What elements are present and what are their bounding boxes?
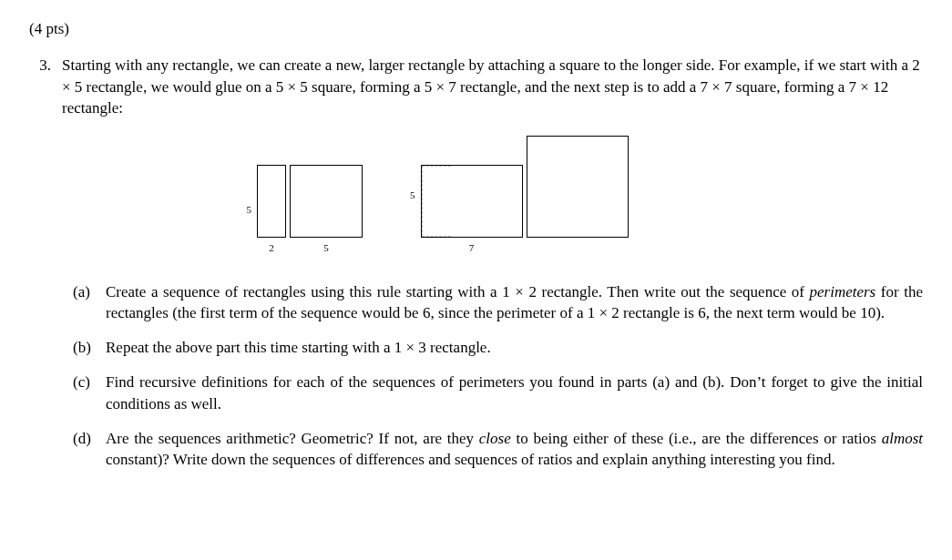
part-a-seg1: Create a sequence of rectangles using th… [106,283,810,300]
part-c-letter: (c) [73,372,97,415]
points-header: (4 pts) [29,18,923,40]
part-b: (b) Repeat the above part this time star… [73,337,923,359]
subparts-list: (a) Create a sequence of rectangles usin… [73,281,923,472]
part-d: (d) Are the sequences arithmetic? Geomet… [73,428,923,472]
diagram1-rect-2x5: 2 [257,165,286,255]
part-d-letter: (d) [73,428,97,472]
part-c-text: Find recursive definitions for each of t… [106,372,923,415]
faint-division [422,166,451,237]
part-d-seg3: constant)? Write down the sequences of d… [106,451,835,468]
diagram2-rects: 7 [421,136,629,255]
diagram1-height-label: 5 [247,203,252,217]
problem-3: 3. Starting with any rectangle, we can c… [29,55,923,484]
part-d-seg1: Are the sequences arithmetic? Geometric?… [106,430,479,447]
part-a-italic: perimeters [810,283,876,300]
part-c: (c) Find recursive definitions for each … [73,372,923,415]
part-a-text: Create a sequence of rectangles using th… [106,281,923,325]
part-a: (a) Create a sequence of rectangles usin… [73,281,923,325]
part-d-seg2: to being either of these (i.e., are the … [511,430,882,447]
part-b-text: Repeat the above part this time starting… [106,337,923,359]
diagram-group-2: 5 7 [410,136,629,255]
part-d-italic1: close [479,430,511,447]
diagram1-rects: 2 5 [257,165,363,255]
diagram1-label-2: 2 [269,241,274,255]
rect-7x7 [527,136,629,238]
part-d-text: Are the sequences arithmetic? Geometric?… [106,428,923,472]
diagram2-label-7: 7 [421,241,523,255]
diagram1-label-5: 5 [323,241,329,255]
diagram2-height-label: 5 [410,188,415,202]
part-b-letter: (b) [73,337,97,359]
diagram1-rect-5x5: 5 [290,165,363,255]
problem-body: Starting with any rectangle, we can crea… [62,55,923,484]
part-a-letter: (a) [73,281,97,325]
rect-5x5 [290,165,363,238]
part-d-italic2: almost [882,430,923,447]
problem-number: 3. [29,55,51,484]
diagram-group-1: 5 2 5 [247,165,363,255]
diagram-row: 5 2 5 5 [247,136,739,255]
problem-stem: Starting with any rectangle, we can crea… [62,55,923,119]
rect-5x7 [421,165,523,238]
rect-2x5 [257,165,286,238]
